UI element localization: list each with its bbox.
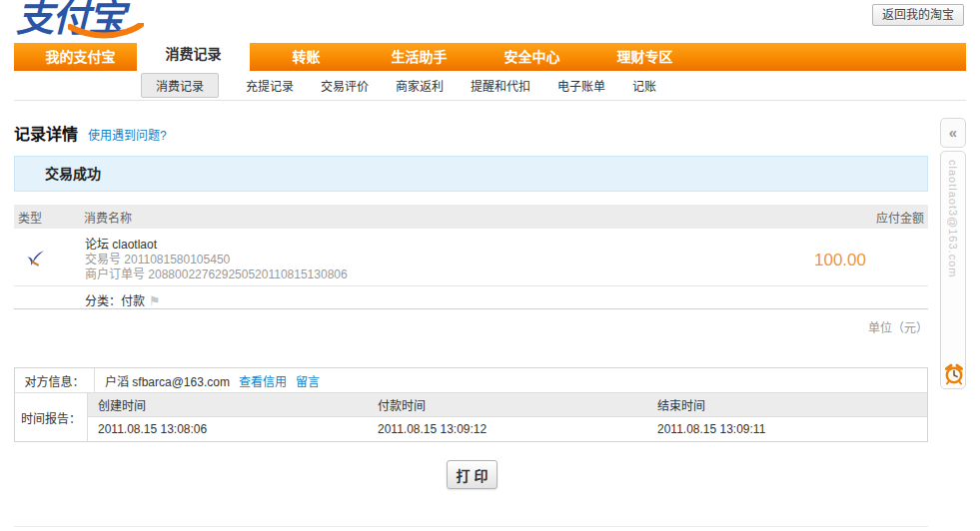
paid-time-value: 2011.08.15 13:09:12 (368, 422, 647, 436)
sidebar-panel[interactable]: claotlaot3@163.com (940, 151, 966, 389)
tab-consumption-records[interactable]: 消费记录 (137, 38, 250, 71)
subtab-trade-rating[interactable]: 交易评价 (321, 77, 369, 94)
time-report-header: 创建时间 付款时间 结束时间 (88, 393, 927, 417)
view-credit-link[interactable]: 查看信用 (239, 372, 287, 389)
paid-time-header: 付款时间 (368, 396, 647, 413)
subtab-merchant-rebate[interactable]: 商家返利 (396, 77, 444, 94)
sub-navigation: 消费记录 充提记录 交易评价 商家返利 提醒和代扣 电子账单 记账 (14, 71, 966, 101)
swallow-transaction-icon (24, 248, 48, 271)
time-report-row: 时间报告： 创建时间 付款时间 结束时间 2011.08.15 13:08:06… (15, 393, 927, 441)
row-divider (14, 285, 928, 286)
counterparty-value-cell: 户滔 sfbarca@163.com 查看信用 留言 (95, 368, 927, 392)
transaction-name: 论坛 claotlaot (85, 238, 348, 253)
page-title-row: 记录详情 使用遇到问题? (14, 121, 167, 145)
sidebar-collapse-button[interactable]: « (940, 118, 966, 148)
time-report-table: 创建时间 付款时间 结束时间 2011.08.15 13:08:06 2011.… (88, 393, 927, 441)
time-report-values: 2011.08.15 13:08:06 2011.08.15 13:09:12 … (88, 417, 927, 441)
unit-note: 单位（元） (14, 318, 928, 335)
print-button[interactable]: 打 印 (447, 460, 497, 489)
category-label: 分类：付款 (85, 294, 145, 308)
subtab-deposit-withdraw-records[interactable]: 充提记录 (246, 77, 294, 94)
record-table-header: 类型 消费名称 应付金额 (14, 205, 928, 229)
end-time-value: 2011.08.15 13:09:11 (647, 422, 927, 436)
category-row: 分类：付款⚑ (85, 291, 161, 308)
time-report-label: 时间报告： (15, 393, 88, 441)
tab-transfer[interactable]: 转账 (250, 43, 363, 71)
footer-divider (14, 526, 928, 527)
column-type: 类型 (14, 209, 84, 226)
alipay-logo[interactable]: 支付宝 (16, 0, 156, 43)
created-time-header: 创建时间 (88, 396, 368, 413)
alipay-record-detail-page: 支付宝 返回我的淘宝 我的支付宝 消费记录 转账 生活助手 安全中心 理财专区 … (0, 0, 980, 531)
leave-message-link[interactable]: 留言 (296, 372, 320, 389)
subtab-reminder-autopay[interactable]: 提醒和代扣 (471, 77, 530, 94)
counterparty-value: 户滔 sfbarca@163.com (105, 372, 230, 389)
subtab-consumption-records[interactable]: 消费记录 (141, 73, 219, 98)
tab-security-center[interactable]: 安全中心 (476, 43, 588, 71)
column-name: 消费名称 (84, 209, 818, 226)
counterparty-row: 对方信息： 户滔 sfbarca@163.com 查看信用 留言 (15, 368, 927, 393)
return-to-taobao-button[interactable]: 返回我的淘宝 (872, 4, 964, 26)
column-amount: 应付金额 (818, 209, 928, 226)
end-time-header: 结束时间 (647, 396, 927, 413)
sidebar-account-email: claotlaot3@163.com (947, 160, 959, 277)
merchant-order-number: 商户订单号 208800227629250520110815130806 (85, 267, 348, 282)
page-title: 记录详情 (14, 121, 78, 145)
transaction-status-banner: 交易成功 (14, 156, 928, 192)
trade-number: 交易号 2011081580105450 (85, 253, 348, 267)
logo-swoosh-icon (68, 23, 144, 39)
tab-wealth-zone[interactable]: 理财专区 (588, 43, 701, 71)
alarm-clock-icon[interactable] (943, 363, 965, 385)
main-navigation: 我的支付宝 消费记录 转账 生活助手 安全中心 理财专区 (14, 43, 966, 71)
tab-my-alipay[interactable]: 我的支付宝 (24, 43, 137, 71)
flag-icon[interactable]: ⚑ (149, 293, 161, 308)
counterparty-label: 对方信息： (15, 368, 95, 392)
created-time-value: 2011.08.15 13:08:06 (88, 422, 368, 436)
chevron-double-left-icon: « (949, 124, 957, 141)
subtab-e-bill[interactable]: 电子账单 (557, 77, 605, 94)
transaction-info: 论坛 claotlaot 交易号 2011081580105450 商户订单号 … (85, 238, 348, 282)
tab-life-assistant[interactable]: 生活助手 (363, 43, 476, 71)
detail-table: 对方信息： 户滔 sfbarca@163.com 查看信用 留言 时间报告： 创… (14, 367, 928, 442)
help-link[interactable]: 使用遇到问题? (88, 126, 167, 143)
amount-due: 100.00 (814, 251, 866, 270)
record-row: 论坛 claotlaot 交易号 2011081580105450 商户订单号 … (14, 229, 928, 309)
subtab-bookkeeping[interactable]: 记账 (632, 77, 656, 94)
